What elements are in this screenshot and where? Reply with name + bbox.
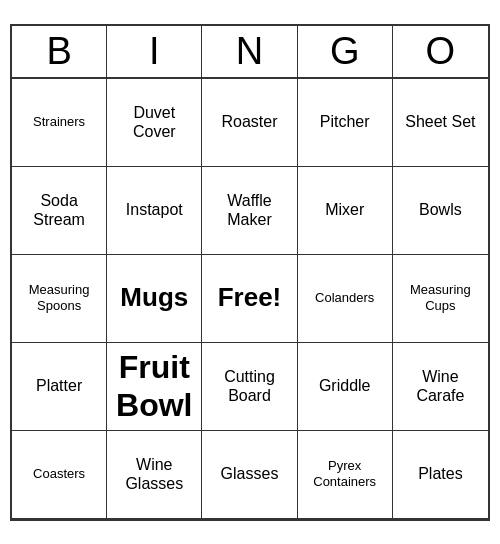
bingo-cell: Plates bbox=[393, 431, 488, 519]
header-letter: G bbox=[298, 26, 393, 77]
cell-text: Instapot bbox=[126, 200, 183, 219]
bingo-cell: Colanders bbox=[298, 255, 393, 343]
bingo-cell: Instapot bbox=[107, 167, 202, 255]
cell-text: Soda Stream bbox=[16, 191, 102, 229]
cell-text: Fruit Bowl bbox=[111, 348, 197, 425]
cell-text: Roaster bbox=[221, 112, 277, 131]
header-letter: O bbox=[393, 26, 488, 77]
bingo-cell: Measuring Spoons bbox=[12, 255, 107, 343]
bingo-cell: Free! bbox=[202, 255, 297, 343]
bingo-cell: Mugs bbox=[107, 255, 202, 343]
cell-text: Sheet Set bbox=[405, 112, 475, 131]
header-letter: N bbox=[202, 26, 297, 77]
bingo-cell: Roaster bbox=[202, 79, 297, 167]
cell-text: Free! bbox=[218, 282, 282, 313]
bingo-card: BINGO StrainersDuvet CoverRoasterPitcher… bbox=[10, 24, 490, 521]
cell-text: Coasters bbox=[33, 466, 85, 482]
cell-text: Pyrex Containers bbox=[302, 458, 388, 489]
bingo-cell: Glasses bbox=[202, 431, 297, 519]
cell-text: Wine Glasses bbox=[111, 455, 197, 493]
bingo-cell: Waffle Maker bbox=[202, 167, 297, 255]
bingo-cell: Bowls bbox=[393, 167, 488, 255]
cell-text: Mugs bbox=[120, 282, 188, 313]
cell-text: Wine Carafe bbox=[397, 367, 484, 405]
bingo-cell: Pyrex Containers bbox=[298, 431, 393, 519]
cell-text: Plates bbox=[418, 464, 462, 483]
bingo-cell: Soda Stream bbox=[12, 167, 107, 255]
cell-text: Strainers bbox=[33, 114, 85, 130]
bingo-cell: Coasters bbox=[12, 431, 107, 519]
bingo-cell: Pitcher bbox=[298, 79, 393, 167]
cell-text: Mixer bbox=[325, 200, 364, 219]
bingo-header: BINGO bbox=[12, 26, 488, 79]
bingo-cell: Wine Glasses bbox=[107, 431, 202, 519]
cell-text: Griddle bbox=[319, 376, 371, 395]
bingo-cell: Fruit Bowl bbox=[107, 343, 202, 431]
cell-text: Platter bbox=[36, 376, 82, 395]
cell-text: Measuring Cups bbox=[397, 282, 484, 313]
bingo-cell: Mixer bbox=[298, 167, 393, 255]
bingo-grid: StrainersDuvet CoverRoasterPitcherSheet … bbox=[12, 79, 488, 519]
cell-text: Bowls bbox=[419, 200, 462, 219]
bingo-cell: Duvet Cover bbox=[107, 79, 202, 167]
cell-text: Duvet Cover bbox=[111, 103, 197, 141]
bingo-cell: Platter bbox=[12, 343, 107, 431]
bingo-cell: Strainers bbox=[12, 79, 107, 167]
header-letter: I bbox=[107, 26, 202, 77]
cell-text: Colanders bbox=[315, 290, 374, 306]
header-letter: B bbox=[12, 26, 107, 77]
bingo-cell: Griddle bbox=[298, 343, 393, 431]
bingo-cell: Wine Carafe bbox=[393, 343, 488, 431]
bingo-cell: Measuring Cups bbox=[393, 255, 488, 343]
cell-text: Waffle Maker bbox=[206, 191, 292, 229]
cell-text: Measuring Spoons bbox=[16, 282, 102, 313]
cell-text: Cutting Board bbox=[206, 367, 292, 405]
cell-text: Glasses bbox=[221, 464, 279, 483]
cell-text: Pitcher bbox=[320, 112, 370, 131]
bingo-cell: Sheet Set bbox=[393, 79, 488, 167]
bingo-cell: Cutting Board bbox=[202, 343, 297, 431]
